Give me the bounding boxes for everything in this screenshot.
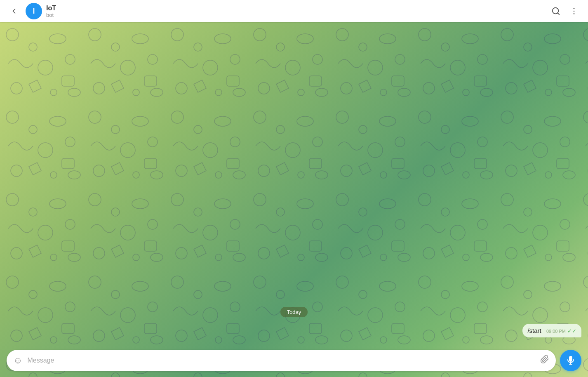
emoji-button[interactable]: ☺: [13, 355, 22, 366]
messages-list: /start 09:00 PM ✓✓: [7, 324, 581, 337]
table-row: /start 09:00 PM ✓✓: [7, 324, 581, 337]
read-receipt-icon: ✓✓: [567, 328, 576, 334]
chat-name: IoT: [46, 4, 548, 12]
avatar: I: [26, 3, 42, 19]
svg-point-2: [574, 8, 575, 9]
svg-point-4: [574, 13, 575, 14]
back-button[interactable]: [7, 4, 21, 19]
attach-button[interactable]: [540, 355, 549, 366]
more-options-button[interactable]: [567, 4, 581, 19]
chat-info[interactable]: IoT bot: [46, 4, 548, 18]
svg-point-3: [574, 11, 575, 12]
chat-status: bot: [46, 12, 548, 18]
message-bubble: /start 09:00 PM ✓✓: [522, 324, 581, 337]
today-label: Today: [280, 307, 308, 317]
message-input-bar: ☺: [7, 350, 556, 371]
chat-header: I IoT bot: [0, 0, 588, 22]
chat-background: Today /start 09:00 PM ✓✓: [0, 22, 588, 377]
svg-line-1: [557, 13, 559, 14]
message-time: 09:00 PM: [546, 329, 566, 334]
mic-button[interactable]: [560, 350, 581, 371]
message-input[interactable]: [27, 357, 535, 364]
today-badge: Today: [7, 307, 581, 317]
header-actions: [548, 4, 581, 19]
input-area: ☺: [0, 344, 588, 377]
messages-area: Today /start 09:00 PM ✓✓: [0, 22, 588, 344]
message-text: /start: [527, 327, 541, 334]
search-button[interactable]: [548, 4, 563, 19]
message-meta: 09:00 PM ✓✓: [546, 328, 576, 334]
